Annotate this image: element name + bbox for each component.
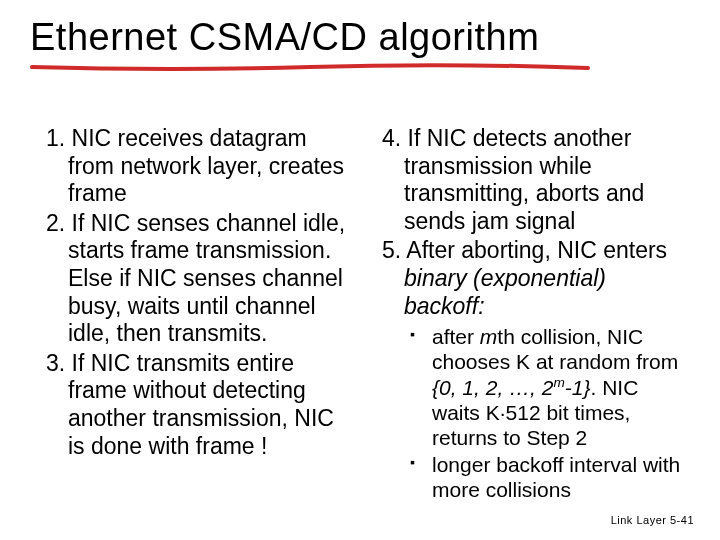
step-text: If NIC detects another transmission whil… — [404, 125, 644, 234]
step-5: 5. After aborting, NIC enters binary (ex… — [366, 237, 690, 320]
step-2: 2. If NIC senses channel idle, starts fr… — [30, 210, 354, 348]
step-number: 3. — [46, 350, 65, 376]
step-text: If NIC transmits entire frame without de… — [68, 350, 334, 459]
bullet-longer-interval: longer backoff interval with more collis… — [410, 452, 690, 502]
step-text: After aborting, NIC enters binary (expon… — [404, 237, 667, 318]
step-1: 1. NIC receives datagram from network la… — [30, 125, 354, 208]
title-underline — [30, 63, 590, 73]
left-column: 1. NIC receives datagram from network la… — [30, 125, 356, 504]
backoff-sublist: after mth collision, NIC chooses K at ra… — [366, 324, 690, 502]
backoff-term: binary (exponential) backoff: — [404, 265, 606, 319]
step-number: 4. — [382, 125, 401, 151]
right-column: 4. If NIC detects another transmission w… — [364, 125, 690, 504]
step-number: 5. — [382, 237, 401, 263]
step-text: If NIC senses channel idle, starts frame… — [68, 210, 345, 346]
step-number: 2. — [46, 210, 65, 236]
step-text: NIC receives datagram from network layer… — [68, 125, 344, 206]
slide-footer: Link Layer 5-41 — [611, 514, 694, 526]
step-4: 4. If NIC detects another transmission w… — [366, 125, 690, 235]
slide-title: Ethernet CSMA/CD algorithm — [30, 16, 690, 59]
step-3: 3. If NIC transmits entire frame without… — [30, 350, 354, 460]
bullet-backoff-rule: after mth collision, NIC chooses K at ra… — [410, 324, 690, 450]
step-number: 1. — [46, 125, 65, 151]
content-columns: 1. NIC receives datagram from network la… — [30, 125, 690, 504]
